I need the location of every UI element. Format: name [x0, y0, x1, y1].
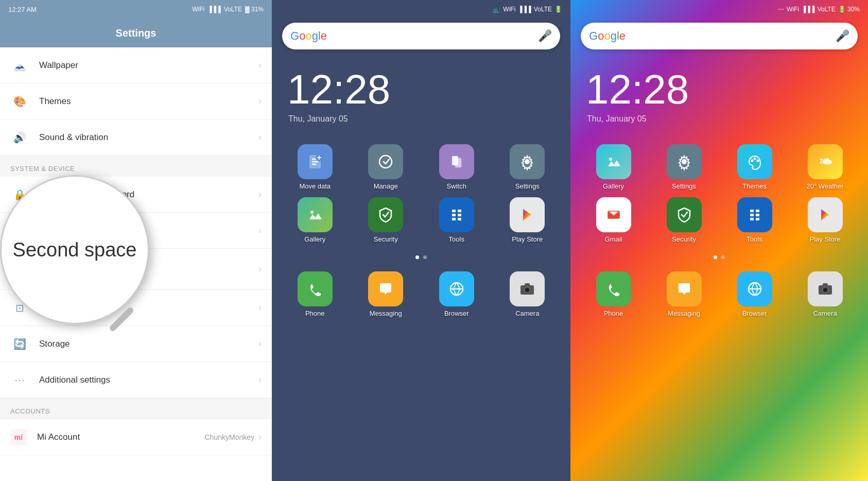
svg-rect-7: [452, 210, 456, 212]
browser-color-icon: [737, 271, 772, 306]
apps-row1-color: Gallery Settings Themes: [570, 139, 868, 195]
manage-icon: [368, 144, 403, 179]
settings-color-app[interactable]: Settings: [651, 144, 717, 190]
move-data-app[interactable]: Move data: [282, 144, 348, 190]
google-search-bar[interactable]: Google 🎤: [282, 23, 560, 49]
play-store-app[interactable]: Play Store: [495, 197, 561, 243]
svg-rect-26: [756, 210, 759, 212]
switch-label: Switch: [447, 182, 466, 190]
messaging-color-app[interactable]: Messaging: [651, 271, 717, 317]
settings-icon: [510, 144, 545, 179]
mi-icon: mi: [10, 429, 27, 445]
status-icons-dark: 📺 WiFi ▐▐▐ VoLTE 🔋: [493, 6, 562, 13]
svg-rect-12: [458, 218, 461, 220]
volte-label: VoLTE: [534, 6, 552, 13]
battery-icon: ▓ 31%: [245, 6, 264, 13]
chevron-icon: ›: [258, 225, 262, 236]
status-icons: WiFi ▐▐▐ VoLTE ▓ 31%: [192, 6, 264, 13]
magnifier-overlay: Second space: [0, 175, 149, 324]
apps-row1: Move data Manage Switch: [272, 139, 570, 195]
bottom-dock: Phone Messaging Browser: [272, 266, 570, 333]
additional-item[interactable]: ⋯ Additional settings ›: [0, 362, 272, 398]
weather-color-icon: 20°: [808, 144, 843, 179]
security-icon: [368, 197, 403, 232]
messaging-app[interactable]: Messaging: [353, 271, 419, 317]
manage-app[interactable]: Manage: [353, 144, 419, 190]
themes-color-icon: [737, 144, 772, 179]
svg-point-20: [751, 160, 753, 162]
security-color-label: Security: [672, 235, 696, 243]
additional-label: Additional settings: [39, 375, 258, 385]
security-app[interactable]: Security: [353, 197, 419, 243]
browser-icon: [439, 271, 474, 306]
settings-app[interactable]: Settings: [495, 144, 561, 190]
wifi-icon: WiFi: [192, 6, 204, 13]
wifi-icon: WiFi: [787, 6, 799, 13]
messaging-color-icon: [667, 271, 702, 306]
mi-account-value: ChunkyMonkey: [205, 433, 255, 441]
settings-color-icon: [667, 144, 702, 179]
storage-item[interactable]: 🔄 Storage ›: [0, 326, 272, 362]
tools-color-app[interactable]: Tools: [722, 197, 787, 243]
play-store-label: Play Store: [512, 235, 543, 243]
apps-row2: Gallery Security: [272, 195, 570, 248]
svg-rect-35: [823, 283, 828, 286]
mi-account-item[interactable]: mi Mi Account ChunkyMonkey ›: [0, 419, 272, 455]
camera-color-icon: [808, 271, 843, 306]
svg-rect-8: [458, 210, 461, 212]
phone-color-app[interactable]: Phone: [581, 271, 646, 317]
move-data-icon: [298, 144, 333, 179]
themes-color-app[interactable]: Themes: [722, 144, 787, 190]
svg-point-16: [526, 288, 529, 291]
themes-item[interactable]: 🎨 Themes ›: [0, 83, 272, 119]
svg-point-22: [756, 160, 759, 162]
wifi-icon: WiFi: [503, 6, 515, 13]
mic-icon-color[interactable]: 🎤: [836, 29, 849, 43]
play-store-color-app[interactable]: Play Store: [792, 197, 858, 243]
screen-icon: 📺: [493, 6, 500, 13]
sound-label: Sound & vibration: [39, 132, 258, 143]
messaging-icon: [368, 271, 403, 306]
themes-color-label: Themes: [742, 182, 767, 190]
system-section-header: SYSTEM & DEVICE: [0, 156, 272, 177]
switch-app[interactable]: Switch: [424, 144, 490, 190]
gallery-color-app[interactable]: Gallery: [581, 144, 646, 190]
google-logo: Google: [290, 29, 327, 43]
browser-app[interactable]: Browser: [424, 271, 490, 317]
phone-icon: [298, 271, 333, 306]
chevron-icon: ›: [258, 302, 262, 313]
gallery-app[interactable]: Gallery: [282, 197, 348, 243]
gallery-color-icon: [596, 144, 631, 179]
tools-app[interactable]: Tools: [424, 197, 490, 243]
sound-item[interactable]: 🔊 Sound & vibration ›: [0, 119, 272, 156]
gallery-color-label: Gallery: [603, 182, 624, 190]
camera-app[interactable]: Camera: [495, 271, 561, 317]
weather-color-app[interactable]: 20° 20° Weather: [792, 144, 858, 190]
svg-rect-25: [750, 210, 754, 212]
wallpaper-item[interactable]: 🗻 Wallpaper ›: [0, 47, 272, 83]
storage-icon: 🔄: [10, 335, 29, 353]
svg-rect-4: [455, 158, 461, 167]
weather-color-label: 20° Weather: [806, 182, 843, 190]
google-search-bar-color[interactable]: Google 🎤: [581, 23, 858, 49]
camera-icon: [510, 271, 545, 306]
gmail-color-app[interactable]: Gmail: [581, 197, 646, 243]
additional-icon: ⋯: [10, 371, 29, 389]
phone-app[interactable]: Phone: [282, 271, 348, 317]
signal-icon: ▐▐▐: [802, 6, 815, 13]
home-dark-panel: 📺 WiFi ▐▐▐ VoLTE 🔋 Google 🎤 12:28 Thu, J…: [272, 0, 570, 481]
svg-rect-27: [750, 214, 754, 216]
security-color-app[interactable]: Security: [651, 197, 717, 243]
svg-rect-11: [452, 218, 456, 220]
chevron-icon: ›: [258, 338, 262, 349]
dot-2-color: [721, 255, 725, 259]
accounts-section-header: ACCOUNTS: [0, 398, 272, 419]
play-store-color-icon: [808, 197, 843, 232]
tools-color-label: Tools: [747, 235, 762, 243]
status-bar-dark: 📺 WiFi ▐▐▐ VoLTE 🔋: [272, 0, 570, 19]
mic-icon[interactable]: 🎤: [538, 29, 552, 43]
camera-color-app[interactable]: Camera: [792, 271, 858, 317]
phone-color-icon: [596, 271, 631, 306]
browser-color-app[interactable]: Browser: [722, 271, 787, 317]
volte-label: VoLTE: [224, 6, 242, 13]
